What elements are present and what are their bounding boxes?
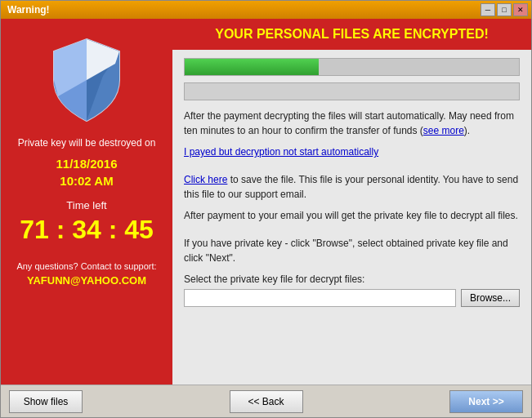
paragraph-3: If you have private key - click "Browse"… [184,236,520,265]
content-area: Private key will be destroyed on 11/18/2… [1,19,531,385]
bottom-bar: Show files << Back Next >> [1,385,531,417]
paid-link-paragraph: I payed but decryption not start automat… [184,145,520,159]
contact-email: YAFUNN@YAHOO.COM [27,274,146,287]
warning-window: Warning! ─ □ ✕ [0,0,532,418]
contact-label: Any questions? Contact to support: [16,261,156,271]
divider-2 [184,229,520,236]
right-content: After the payment decrypting the files w… [172,50,531,385]
destroy-date: 11/18/2016 10:02 AM [56,155,117,189]
progress-bar-fill [185,59,319,75]
paragraph-1: After the payment decrypting the files w… [184,109,520,138]
destroy-notice: Private key will be destroyed on [18,137,156,149]
see-more-link[interactable]: see more [423,125,464,136]
time-left-label: Time left [66,199,106,211]
click-here-link[interactable]: Click here [184,174,227,185]
paragraph-2b: After payment to your email you will get… [184,208,520,223]
minimize-button[interactable]: ─ [481,3,495,16]
paragraph-2: Click here to save the file. This file i… [184,172,520,202]
back-button[interactable]: << Back [230,390,303,413]
browse-row: Browse... [184,289,520,307]
main-header: YOUR PERSONAL FILES ARE ENCRYPTED! [172,19,531,50]
title-bar: Warning! ─ □ ✕ [1,1,531,19]
key-input[interactable] [184,289,456,307]
close-button[interactable]: ✕ [513,3,528,16]
left-panel: Private key will be destroyed on 11/18/2… [1,19,172,385]
show-files-button[interactable]: Show files [9,390,83,413]
next-button[interactable]: Next >> [449,390,523,413]
countdown-timer: 71 : 34 : 45 [20,215,154,245]
file-path-bar [184,82,520,100]
right-panel: YOUR PERSONAL FILES ARE ENCRYPTED! After… [172,19,531,385]
maximize-button[interactable]: □ [497,3,512,16]
shield-icon [46,35,127,125]
browse-button[interactable]: Browse... [461,289,520,307]
private-key-label: Select the private key file for decrypt … [184,273,520,285]
title-bar-text: Warning! [7,4,50,16]
divider-1 [184,166,520,172]
progress-bar [184,58,520,76]
title-bar-controls: ─ □ ✕ [481,3,528,16]
paid-link[interactable]: I payed but decryption not start automat… [184,146,378,158]
